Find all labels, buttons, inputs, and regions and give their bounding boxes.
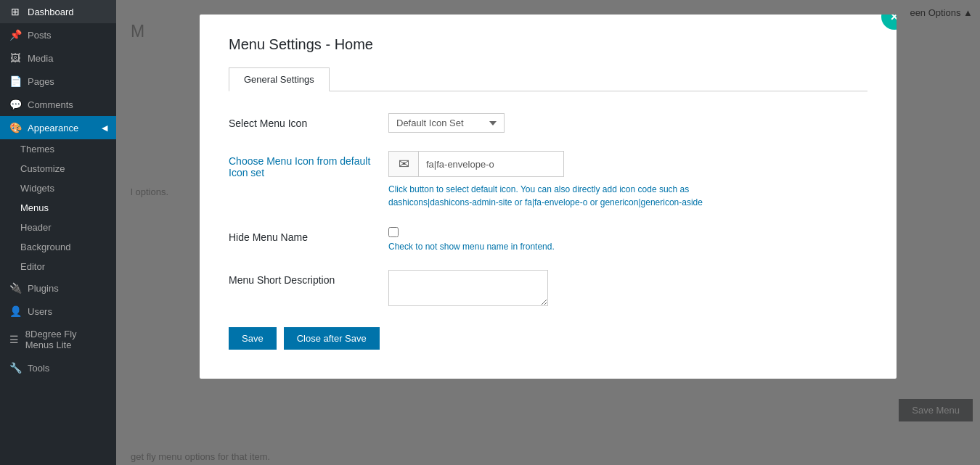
modal-title: Menu Settings - Home	[229, 36, 867, 53]
sidebar-item-customize[interactable]: Customize	[0, 159, 116, 178]
icon-preview-button[interactable]: ✉	[388, 151, 419, 177]
media-icon: 🖼	[9, 52, 22, 64]
sidebar-label-comments: Comments	[28, 99, 73, 110]
modal-form: Select Menu Icon Default Icon Set Custom…	[229, 113, 867, 350]
choose-icon-label: Choose Menu Icon from default Icon set	[229, 151, 388, 178]
sidebar-label-posts: Posts	[28, 30, 52, 41]
sidebar: ⊞ Dashboard 📌 Posts 🖼 Media 📄 Pages 💬 Co…	[0, 0, 116, 465]
sidebar-item-media[interactable]: 🖼 Media	[0, 46, 116, 70]
hide-name-label: Hide Menu Name	[229, 227, 388, 243]
sidebar-item-header[interactable]: Header	[0, 218, 116, 237]
appearance-arrow: ◀	[102, 123, 107, 133]
main-content: een Options ▲ M l options. get fly menu …	[116, 0, 980, 465]
sidebar-label-appearance: Appearance	[28, 123, 78, 133]
sidebar-item-themes[interactable]: Themes	[0, 139, 116, 159]
sidebar-item-8degree[interactable]: ☰ 8Degree Fly Menus Lite	[0, 323, 116, 356]
sidebar-label-media: Media	[28, 53, 53, 64]
sidebar-label-pages: Pages	[28, 76, 54, 87]
sidebar-item-comments[interactable]: 💬 Comments	[0, 93, 116, 116]
icon-set-select[interactable]: Default Icon Set Custom Icon Set	[388, 113, 505, 133]
choose-icon-control: ✉ Click button to select default icon. Y…	[388, 151, 867, 209]
modal-button-row: Save Close after Save	[229, 327, 867, 350]
select-icon-label: Select Menu Icon	[229, 113, 388, 129]
short-desc-input[interactable]	[388, 270, 548, 306]
form-row-hide-name: Hide Menu Name Check to not show menu na…	[229, 227, 867, 252]
sidebar-label-dashboard: Dashboard	[28, 7, 74, 17]
dashboard-icon: ⊞	[9, 6, 22, 17]
modal-overlay: × Menu Settings - Home General Settings …	[116, 0, 980, 465]
tab-general-settings[interactable]: General Settings	[229, 67, 330, 91]
hide-name-control: Check to not show menu name in frontend.	[388, 227, 867, 252]
short-desc-label: Menu Short Description	[229, 270, 388, 286]
sidebar-item-editor[interactable]: Editor	[0, 257, 116, 276]
sidebar-label-plugins: Plugins	[28, 283, 59, 294]
sidebar-item-plugins[interactable]: 🔌 Plugins	[0, 276, 116, 300]
posts-icon: 📌	[9, 29, 22, 41]
sidebar-label-users: Users	[28, 306, 52, 317]
tools-icon: 🔧	[9, 362, 22, 374]
hide-menu-name-checkbox[interactable]	[388, 227, 399, 237]
sidebar-item-tools[interactable]: 🔧 Tools	[0, 356, 116, 379]
sidebar-item-users[interactable]: 👤 Users	[0, 300, 116, 323]
select-icon-control: Default Icon Set Custom Icon Set	[388, 113, 867, 133]
hide-name-help: Check to not show menu name in frontend.	[388, 242, 867, 252]
icon-code-input[interactable]	[419, 151, 564, 177]
sidebar-item-background[interactable]: Background	[0, 237, 116, 257]
sidebar-label-8degree: 8Degree Fly Menus Lite	[25, 329, 107, 350]
sidebar-item-pages[interactable]: 📄 Pages	[0, 70, 116, 93]
icon-field-row: ✉	[388, 151, 867, 177]
modal-save-button[interactable]: Save	[229, 327, 277, 350]
modal-close-button[interactable]: ×	[881, 15, 897, 30]
plugins-icon: 🔌	[9, 282, 22, 294]
sidebar-item-posts[interactable]: 📌 Posts	[0, 23, 116, 46]
sidebar-label-tools: Tools	[28, 363, 49, 374]
form-row-select-icon: Select Menu Icon Default Icon Set Custom…	[229, 113, 867, 133]
users-icon: 👤	[9, 305, 22, 317]
form-row-short-desc: Menu Short Description	[229, 270, 867, 309]
appearance-icon: 🎨	[9, 122, 22, 133]
modal-close-after-save-button[interactable]: Close after Save	[284, 327, 380, 350]
sidebar-item-menus[interactable]: Menus	[0, 198, 116, 218]
8degree-icon: ☰	[9, 334, 20, 345]
sidebar-item-appearance[interactable]: 🎨 Appearance ◀	[0, 116, 116, 139]
sidebar-item-widgets[interactable]: Widgets	[0, 178, 116, 198]
icon-help-text: Click button to select default icon. You…	[388, 183, 737, 209]
comments-icon: 💬	[9, 99, 22, 110]
modal-dialog: × Menu Settings - Home General Settings …	[200, 15, 897, 379]
modal-tabs: General Settings	[229, 67, 867, 91]
sidebar-item-dashboard[interactable]: ⊞ Dashboard	[0, 0, 116, 23]
pages-icon: 📄	[9, 75, 22, 87]
short-desc-control	[388, 270, 867, 309]
form-row-choose-icon: Choose Menu Icon from default Icon set ✉…	[229, 151, 867, 209]
